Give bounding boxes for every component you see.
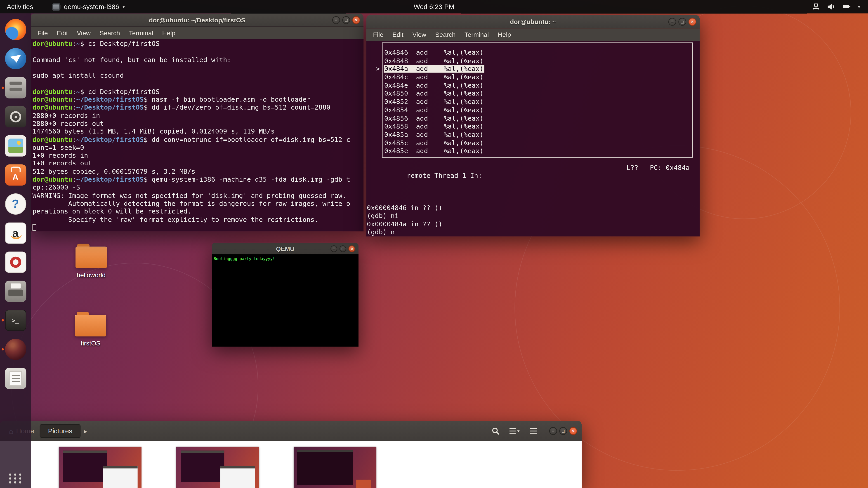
gdb-status-line: remote Thread 1 In: L?? PC: 0x484a: [367, 164, 699, 204]
close-button[interactable]: ×: [569, 427, 577, 435]
text-editor-icon[interactable]: [0, 364, 31, 392]
ubuntu-software-icon[interactable]: A: [0, 161, 31, 189]
chevron-down-icon: ▾: [858, 4, 860, 9]
qemu-titlebar[interactable]: QEMU − □ ×: [212, 242, 359, 255]
thunderbird-icon[interactable]: [0, 45, 31, 73]
screenshot-thumbnail-3[interactable]: [293, 447, 376, 488]
hamburger-icon: [530, 428, 537, 434]
qemu-icon: [5, 339, 26, 360]
qemu-display[interactable]: Bootingggg party todayyyy!: [212, 254, 359, 347]
firefox-icon[interactable]: [0, 15, 31, 43]
list-view-icon: [509, 428, 520, 434]
menu-view[interactable]: View: [72, 29, 95, 37]
chevron-down-icon: ▾: [123, 4, 125, 9]
folder-icon: [75, 244, 107, 268]
menu-terminal[interactable]: Terminal: [125, 29, 158, 37]
amazon-icon[interactable]: a: [0, 219, 31, 247]
search-button[interactable]: [488, 424, 503, 437]
running-indicator: [1, 319, 4, 322]
minimize-button[interactable]: −: [549, 427, 557, 435]
window-title: dor@ubuntu: ~: [510, 18, 556, 25]
running-indicator: [1, 87, 4, 89]
system-status-area[interactable]: ▾: [812, 0, 868, 13]
menu-view[interactable]: View: [408, 30, 431, 39]
image-viewer-icon: [5, 135, 26, 157]
image-viewer-icon[interactable]: [0, 132, 31, 160]
rhythmbox-icon[interactable]: [0, 103, 31, 131]
desktop-icon-helloworld[interactable]: helloworld: [60, 244, 122, 278]
network-icon: [812, 3, 820, 10]
gdb-pc-indicator: PC: 0x484a: [650, 164, 690, 172]
vm-output-text: Bootingggg party todayyyy!: [214, 257, 275, 261]
maximize-button[interactable]: □: [340, 245, 346, 252]
right-terminal-screen[interactable]: > 0x4846 add %al,(%eax)0x4848 add %al,(%…: [366, 41, 700, 236]
view-toggle-button[interactable]: [507, 424, 522, 437]
amazon-icon: a: [5, 223, 26, 244]
left-terminal-window: dor@ubuntu: ~/Desktop/firstOS − □ × File…: [31, 13, 364, 231]
minimize-button[interactable]: −: [669, 18, 676, 26]
desktop-icon-firstos[interactable]: firstOS: [60, 312, 121, 347]
desktop-icon-label: firstOS: [81, 340, 100, 347]
right-terminal-titlebar[interactable]: dor@ubuntu: ~ − □ ×: [366, 15, 700, 29]
close-button[interactable]: ×: [352, 16, 360, 24]
close-button[interactable]: ×: [688, 18, 696, 26]
clock-button[interactable]: Wed 6:23 PM: [408, 0, 460, 13]
left-terminal-screen[interactable]: dor@ubuntu:~$ cs Desktop/firstOS Command…: [31, 39, 364, 231]
gdb-console: 0x00004846 in ?? ()(gdb) ni0x0000484a in…: [367, 204, 699, 236]
maximize-button[interactable]: □: [342, 16, 350, 24]
printer-icon[interactable]: [0, 277, 31, 305]
minimize-button[interactable]: −: [331, 245, 337, 252]
files-headerbar[interactable]: ⌂ Home Pictures ▸ − □ ×: [0, 421, 582, 442]
gdb-asm-box: 0x4846 add %al,(%eax)0x4848 add %al,(%ea…: [382, 42, 693, 158]
running-indicator: [1, 348, 4, 350]
menu-edit[interactable]: Edit: [52, 29, 72, 37]
gdb-selected-marker: >: [376, 65, 380, 73]
menu-help[interactable]: Help: [158, 29, 180, 37]
menu-file[interactable]: File: [369, 30, 388, 39]
left-terminal-menubar: FileEditViewSearchTerminalHelp: [31, 27, 364, 40]
menu-search[interactable]: Search: [431, 30, 460, 39]
close-button[interactable]: ×: [348, 245, 355, 252]
menu-file[interactable]: File: [33, 29, 52, 37]
desktop: helloworld firstOS ⌂ Home Pictures ▸: [0, 0, 868, 488]
text-editor-icon: [5, 368, 26, 389]
show-applications-button[interactable]: [8, 474, 22, 484]
gdb-bottom-area: remote Thread 1 In: L?? PC: 0x484a 0x000…: [367, 164, 699, 236]
menu-help[interactable]: Help: [493, 30, 515, 39]
rhythmbox-icon: [5, 106, 26, 127]
volume-icon: [827, 3, 835, 10]
menu-edit[interactable]: Edit: [388, 30, 408, 39]
left-terminal-titlebar[interactable]: dor@ubuntu: ~/Desktop/firstOS − □ ×: [31, 13, 364, 27]
maximize-button[interactable]: □: [559, 427, 567, 435]
activities-button[interactable]: Activities: [0, 0, 40, 13]
firefox-icon: [5, 19, 26, 40]
terminal-icon[interactable]: >_: [0, 306, 31, 334]
printer-icon: [5, 281, 26, 302]
app-menu-label: qemu-system-i386: [64, 3, 119, 11]
files-icon[interactable]: [0, 74, 31, 102]
qemu-app-icon: [52, 3, 61, 10]
menu-terminal[interactable]: Terminal: [460, 30, 493, 39]
red-app-icon[interactable]: [0, 248, 31, 276]
thunderbird-icon: [5, 48, 26, 69]
dock: A?a>_: [0, 13, 31, 488]
pictures-path-button[interactable]: Pictures: [39, 424, 81, 437]
gdb-line-indicator: L??: [626, 164, 638, 172]
screenshot-thumbnail-2[interactable]: [176, 447, 259, 488]
menu-button[interactable]: [526, 424, 541, 437]
desktop-icon-label: helloworld: [76, 271, 105, 278]
chevron-right-icon[interactable]: ▸: [81, 426, 90, 436]
folder-icon: [75, 312, 106, 337]
app-menu-button[interactable]: qemu-system-i386 ▾: [49, 0, 128, 13]
screenshot-thumbnail-1[interactable]: [59, 447, 142, 488]
qemu-icon[interactable]: [0, 335, 31, 363]
qemu-window: QEMU − □ × Bootingggg party todayyyy!: [212, 242, 359, 347]
help-icon[interactable]: ?: [0, 190, 31, 218]
minimize-button[interactable]: −: [332, 16, 340, 24]
top-bar: Activities qemu-system-i386 ▾ Wed 6:23 P…: [0, 0, 868, 13]
maximize-button[interactable]: □: [678, 18, 686, 26]
battery-icon: [842, 4, 850, 9]
files-grid: [0, 441, 582, 488]
search-icon: [491, 427, 500, 435]
menu-search[interactable]: Search: [95, 29, 125, 37]
